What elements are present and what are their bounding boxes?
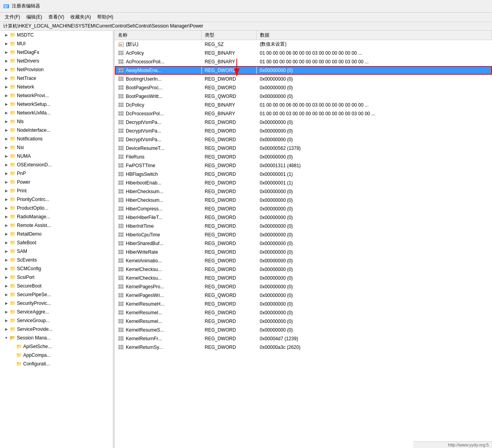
table-row[interactable]: 00 01 10 11 KernelAnimatio...REG_DWORD0x… <box>115 256 492 265</box>
tree-arrow[interactable] <box>3 136 9 142</box>
tree-item-configurati[interactable]: Configurati... <box>0 360 113 368</box>
tree-arrow[interactable] <box>3 75 9 81</box>
tree-arrow[interactable] <box>3 58 9 64</box>
tree-item-scevents[interactable]: ScEvents <box>0 256 113 264</box>
tree-arrow[interactable] <box>3 188 9 194</box>
table-row[interactable]: 00 01 10 11 FileRunsREG_DWORD0x00000000 … <box>115 153 492 161</box>
tree-item-msdtc[interactable]: MSDTC <box>0 31 113 39</box>
tree-item-sessionmanager[interactable]: Session Mana... <box>0 334 113 342</box>
tree-item-securepipese[interactable]: SecurePipeSe... <box>0 290 113 299</box>
table-row[interactable]: 00 01 10 11 DecryptVsmPa...REG_DWORD0x00… <box>115 127 492 135</box>
table-row[interactable]: ab (默认)REG_SZ(数值未设置) <box>115 40 492 49</box>
table-row[interactable]: 00 01 10 11 DecryptVsmPa...REG_DWORD0x00… <box>115 135 492 144</box>
table-row[interactable]: 00 01 10 11 KernelResumeH...REG_DWORD0x0… <box>115 300 492 308</box>
menu-edit[interactable]: 编辑(E) <box>23 13 45 21</box>
tree-arrow[interactable] <box>3 101 9 107</box>
content-panel[interactable]: 名称 类型 数据 ab (默认)REG_SZ(数值未设置) 00 01 10 1… <box>115 31 492 448</box>
tree-item-power[interactable]: Power <box>0 178 113 186</box>
tree-item-mui[interactable]: MUI <box>0 39 113 48</box>
tree-arrow[interactable] <box>3 240 9 246</box>
tree-item-serviceaggre[interactable]: ServiceAggre... <box>0 308 113 316</box>
tree-arrow[interactable] <box>3 300 9 306</box>
table-row[interactable]: 00 01 10 11 HiberSharedBuf...REG_DWORD0x… <box>115 239 492 248</box>
tree-item-apisetsche[interactable]: ApiSetSche... <box>0 342 113 351</box>
tree-arrow[interactable] <box>3 231 9 237</box>
tree-item-print[interactable]: Print <box>0 186 113 195</box>
table-row[interactable]: 00 01 10 11 HiberCompress...REG_DWORD0x0… <box>115 205 492 213</box>
tree-item-secureboot[interactable]: SecureBoot <box>0 282 113 290</box>
tree-item-networkprovi[interactable]: NetworkProvi... <box>0 91 113 100</box>
tree-item-scmconfig[interactable]: SCMConfig <box>0 264 113 273</box>
table-row[interactable]: 00 01 10 11 FwPOSTTimeREG_DWORD0x0000131… <box>115 161 492 170</box>
tree-item-networksetup[interactable]: NetworkSetup... <box>0 100 113 109</box>
table-row[interactable]: 00 01 10 11 KernelReturnFr...REG_DWORD0x… <box>115 334 492 343</box>
table-row[interactable]: 00 01 10 11 HBFlagsSwitchREG_DWORD0x0000… <box>115 170 492 179</box>
tree-arrow[interactable] <box>3 335 9 341</box>
tree-arrow[interactable] <box>3 257 9 263</box>
tree-item-securityprovic[interactable]: SecurityProvic... <box>0 299 113 308</box>
tree-arrow[interactable] <box>3 309 9 315</box>
tree-arrow[interactable] <box>3 118 9 125</box>
tree-arrow[interactable] <box>3 205 9 211</box>
tree-item-netdrivers[interactable]: NetDrivers <box>0 57 113 65</box>
tree-item-numa[interactable]: NUMA <box>0 152 113 160</box>
tree-arrow[interactable] <box>3 317 9 324</box>
table-row[interactable]: 00 01 10 11 AwayModeEna...REG_DWORD0x000… <box>115 66 492 75</box>
tree-item-pnp[interactable]: PnP <box>0 169 113 178</box>
tree-arrow[interactable] <box>3 153 9 159</box>
tree-arrow[interactable] <box>3 41 9 47</box>
col-data[interactable]: 数据 <box>256 31 492 40</box>
tree-arrow[interactable] <box>3 196 9 203</box>
table-row[interactable]: 00 01 10 11 KernelChecksu...REG_DWORD0x0… <box>115 274 492 282</box>
tree-item-nodeinterface[interactable]: NodeInterface... <box>0 126 113 135</box>
tree-item-sam[interactable]: SAM <box>0 247 113 256</box>
table-row[interactable]: 00 01 10 11 KernelPagesWri...REG_QWORD0x… <box>115 291 492 300</box>
tree-item-network[interactable]: Network <box>0 83 113 91</box>
tree-arrow[interactable] <box>3 283 9 289</box>
table-row[interactable]: 00 01 10 11 DcPolicyREG_BINARY01 00 00 0… <box>115 101 492 109</box>
table-row[interactable]: 00 01 10 11 HiberChecksum...REG_DWORD0x0… <box>115 187 492 196</box>
tree-arrow[interactable] <box>3 110 9 116</box>
tree-arrow[interactable] <box>3 144 9 151</box>
tree-item-nettrace[interactable]: NetTrace <box>0 74 113 83</box>
tree-arrow[interactable] <box>3 92 9 99</box>
tree-item-servicegroup[interactable]: ServiceGroup... <box>0 316 113 325</box>
menu-help[interactable]: 帮助(H) <box>94 13 116 21</box>
tree-item-scsiport[interactable]: ScsiPort <box>0 273 113 282</box>
tree-arrow[interactable] <box>3 326 9 332</box>
table-row[interactable]: 00 01 10 11 HiberWriteRateREG_DWORD0x000… <box>115 248 492 256</box>
col-name[interactable]: 名称 <box>115 31 201 40</box>
tree-item-networkuxma[interactable]: NetworkUxMa... <box>0 109 113 117</box>
tree-arrow[interactable] <box>3 291 9 298</box>
table-row[interactable]: 00 01 10 11 KernelResumel...REG_DWORD0x0… <box>115 317 492 326</box>
table-row[interactable]: 00 01 10 11 AcPolicyREG_BINARY01 00 00 0… <box>115 49 492 57</box>
tree-arrow[interactable] <box>3 32 9 38</box>
table-row[interactable]: 00 01 10 11 KernelPagesPro...REG_DWORD0x… <box>115 282 492 291</box>
table-row[interactable]: 00 01 10 11 KernelResumeS...REG_DWORD0x0… <box>115 326 492 334</box>
tree-arrow[interactable] <box>3 265 9 272</box>
menu-view[interactable]: 查看(V) <box>45 13 67 21</box>
tree-arrow[interactable] <box>3 248 9 254</box>
tree-arrow[interactable] <box>3 162 9 168</box>
table-row[interactable]: 00 01 10 11 BootPagesWritt...REG_QWORD0x… <box>115 92 492 101</box>
tree-item-netprovision[interactable]: NetProvision <box>0 65 113 74</box>
tree-item-productoption[interactable]: ProductOptio... <box>0 204 113 212</box>
tree-arrow[interactable] <box>3 84 9 90</box>
tree-arrow[interactable] <box>3 170 9 177</box>
tree-arrow[interactable] <box>3 66 9 73</box>
tree-item-remoteassist[interactable]: Remote Assist... <box>0 221 113 230</box>
tree-arrow[interactable] <box>3 127 9 133</box>
tree-arrow[interactable] <box>3 179 9 185</box>
tree-item-notifications[interactable]: Notifications <box>0 135 113 143</box>
tree-arrow[interactable] <box>3 214 9 220</box>
table-row[interactable]: 00 01 10 11 KernelChecksu...REG_DWORD0x0… <box>115 265 492 274</box>
tree-item-netdiagfx[interactable]: NetDiagFx <box>0 48 113 57</box>
table-row[interactable]: 00 01 10 11 HiberIoCpuTimeREG_DWORD0x000… <box>115 230 492 239</box>
table-row[interactable]: 00 01 10 11 DeviceResumeT...REG_DWORD0x0… <box>115 144 492 153</box>
tree-item-retaildemo[interactable]: RetailDemo <box>0 230 113 238</box>
tree-item-nsi[interactable]: Nsi <box>0 143 113 152</box>
table-row[interactable]: 00 01 10 11 DcProcessorPol...REG_BINARY0… <box>115 109 492 118</box>
table-row[interactable]: 00 01 10 11 BootPagesProc...REG_DWORD0x0… <box>115 83 492 92</box>
tree-item-appcompa[interactable]: AppCompa... <box>0 351 113 360</box>
menu-favorites[interactable]: 收藏夹(A) <box>67 13 94 21</box>
